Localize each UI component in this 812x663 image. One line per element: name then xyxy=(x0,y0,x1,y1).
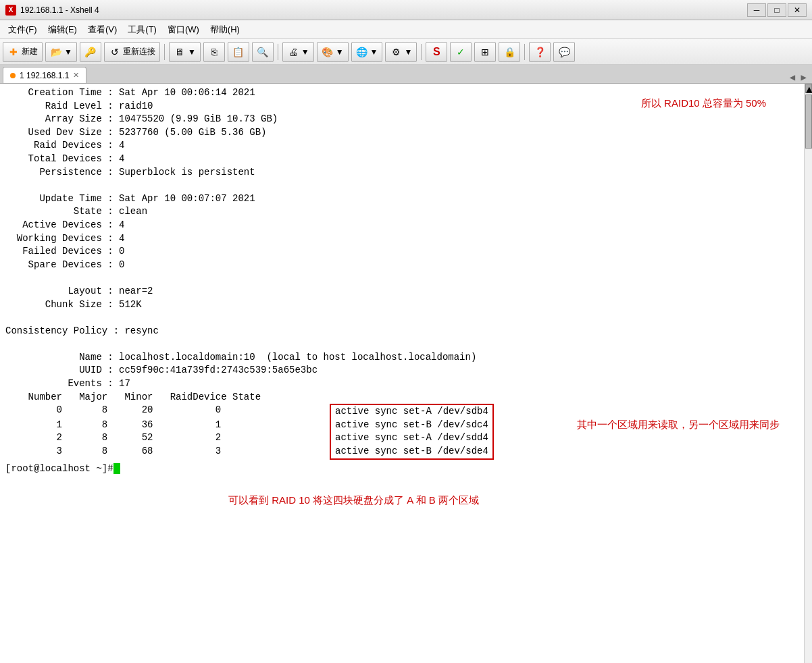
table-state-2: active sync set-A /dev/sdd4 xyxy=(330,431,494,445)
tab-status-dot xyxy=(10,73,16,78)
toolbar-separator-4 xyxy=(524,44,525,60)
globe-button[interactable]: 🌐 ▼ xyxy=(351,42,383,62)
print-button[interactable]: 🖨 ▼ xyxy=(282,42,314,62)
key-icon: 🔑 xyxy=(84,46,97,58)
lock-button[interactable]: 🔒 xyxy=(499,42,520,62)
red-s-icon: S xyxy=(430,46,442,58)
reconnect-icon: ↺ xyxy=(109,46,121,58)
copy-button[interactable]: ⎘ xyxy=(203,42,225,62)
table-state-3: active sync set-B /dev/sde4 xyxy=(330,445,494,460)
help-button[interactable]: ❓ xyxy=(529,42,551,62)
minimize-button[interactable]: ─ xyxy=(747,3,766,17)
terminal-output-lines: Creation Time : Sat Apr 10 00:06:14 2021… xyxy=(5,86,807,391)
toolbar-separator-1 xyxy=(164,44,165,60)
window-title: 192.168.1.1 - Xshell 4 xyxy=(20,5,747,15)
color-icon: 🎨 xyxy=(322,46,334,58)
annotation-events-note: 可以看到 RAID 10 将这四块硬盘分成了 A 和 B 两个区域 xyxy=(228,493,479,507)
config-button[interactable]: ⚙ ▼ xyxy=(385,42,417,62)
maximize-button[interactable]: □ xyxy=(767,3,786,17)
table-row-2: 2 8 52 2 active sync set-A /dev/sdd4 xyxy=(5,431,807,445)
tab-session-1[interactable]: 1 192.168.1.1 ✕ xyxy=(3,67,86,83)
table-row-0: 0 8 20 0 active sync set-A /dev/sdb4 xyxy=(5,404,807,419)
toolbar-separator-3 xyxy=(421,44,422,60)
monitor-button[interactable]: 🖥 ▼ xyxy=(169,42,201,62)
green-check-icon: ✓ xyxy=(455,46,467,58)
scrollbar-up-arrow[interactable]: ▲ xyxy=(805,84,812,93)
menu-bar: 文件(F) 编辑(E) 查看(V) 工具(T) 窗口(W) 帮助(H) xyxy=(0,20,812,39)
chat-icon: 💬 xyxy=(558,46,570,58)
config-icon: ⚙ xyxy=(390,46,402,58)
print-icon: 🖨 xyxy=(287,46,299,58)
open-button[interactable]: 📂 ▼ xyxy=(45,42,77,62)
reconnect-label: 重新连接 xyxy=(123,46,155,57)
red-s-button[interactable]: S xyxy=(426,42,447,62)
menu-tools[interactable]: 工具(T) xyxy=(122,21,162,38)
tab-close-button[interactable]: ✕ xyxy=(73,71,79,80)
window-controls: ─ □ ✕ xyxy=(747,3,807,17)
key-button[interactable]: 🔑 xyxy=(80,42,101,62)
grid-icon: ⊞ xyxy=(479,46,491,58)
toolbar-separator-2 xyxy=(278,44,278,60)
table-row-3: 3 8 68 3 active sync set-B /dev/sde4 xyxy=(5,445,807,460)
terminal[interactable]: Creation Time : Sat Apr 10 00:06:14 2021… xyxy=(0,84,812,663)
find-icon: 🔍 xyxy=(257,46,269,58)
toolbar: ✚ 新建 📂 ▼ 🔑 ↺ 重新连接 🖥 ▼ ⎘ 📋 🔍 🖨 ▼ 🎨 ▼ 🌐 ▼ … xyxy=(0,39,812,65)
menu-help[interactable]: 帮助(H) xyxy=(205,21,245,38)
scrollbar-track[interactable]: ▲ xyxy=(804,84,812,663)
terminal-cursor xyxy=(113,463,120,474)
chat-button[interactable]: 💬 xyxy=(553,42,575,62)
table-state-1: active sync set-B /dev/sdc4 xyxy=(330,419,494,432)
annotation-consistency-note: 其中一个区域用来读取，另一个区域用来同步 xyxy=(577,417,780,431)
monitor-icon: 🖥 xyxy=(174,46,186,58)
help-icon: ❓ xyxy=(534,46,546,58)
terminal-content: Creation Time : Sat Apr 10 00:06:14 2021… xyxy=(5,86,807,475)
app-icon: X xyxy=(5,5,16,16)
terminal-table-header: Number Major Minor RaidDevice State xyxy=(5,391,807,404)
find-button[interactable]: 🔍 xyxy=(252,42,274,62)
paste-icon: 📋 xyxy=(232,46,245,58)
close-button[interactable]: ✕ xyxy=(788,3,807,17)
table-state-0: active sync set-A /dev/sdb4 xyxy=(330,404,494,419)
paste-button[interactable]: 📋 xyxy=(228,42,249,62)
open-dropdown-icon: ▼ xyxy=(64,47,72,57)
menu-edit[interactable]: 编辑(E) xyxy=(43,21,82,38)
folder-icon: 📂 xyxy=(50,46,62,58)
globe-icon: 🌐 xyxy=(356,46,368,58)
new-icon: ✚ xyxy=(7,46,20,58)
lock-icon: 🔒 xyxy=(503,46,515,58)
annotation-raid10-capacity: 所以 RAID10 总容量为 50% xyxy=(641,96,766,110)
prompt-line: [root@localhost ~]# xyxy=(5,462,807,476)
new-button[interactable]: ✚ 新建 xyxy=(3,42,43,62)
color-button[interactable]: 🎨 ▼ xyxy=(317,42,349,62)
menu-file[interactable]: 文件(F) xyxy=(3,21,43,38)
menu-view[interactable]: 查看(V) xyxy=(82,21,122,38)
menu-window[interactable]: 窗口(W) xyxy=(162,21,205,38)
green-check-button[interactable]: ✓ xyxy=(450,42,472,62)
grid-button[interactable]: ⊞ xyxy=(474,42,496,62)
tab-nav[interactable]: ◀ ▶ xyxy=(787,72,809,83)
new-label: 新建 xyxy=(22,46,38,57)
tab-bar: 1 192.168.1.1 ✕ ◀ ▶ xyxy=(0,65,812,84)
reconnect-button[interactable]: ↺ 重新连接 xyxy=(104,42,160,62)
title-bar: X 192.168.1.1 - Xshell 4 ─ □ ✕ xyxy=(0,0,812,20)
copy-icon: ⎘ xyxy=(208,46,220,58)
shell-prompt: [root@localhost ~]# xyxy=(5,462,113,476)
tab-label: 1 192.168.1.1 xyxy=(20,71,69,80)
scrollbar-thumb[interactable] xyxy=(805,95,812,149)
